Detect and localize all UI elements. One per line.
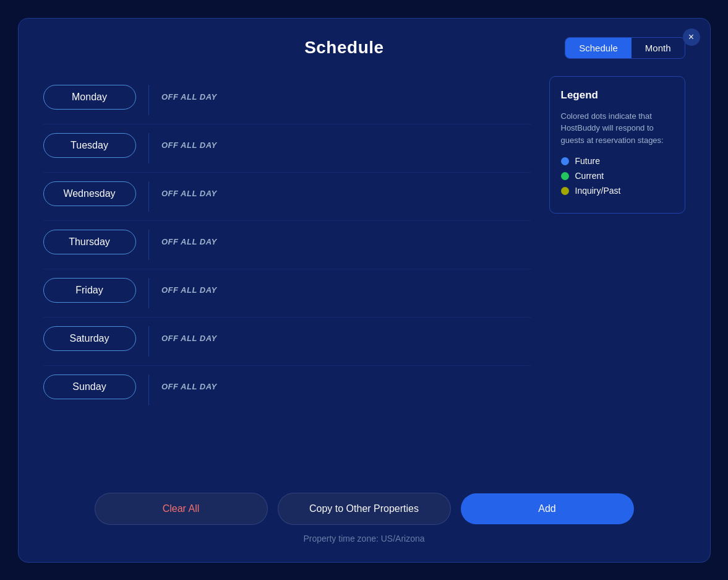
day-row-tuesday: Tuesday OFF ALL DAY	[43, 124, 531, 173]
day-button-sunday[interactable]: Sunday	[43, 374, 136, 399]
day-status-sunday: OFF ALL DAY	[161, 382, 217, 391]
day-status-wednesday: OFF ALL DAY	[161, 189, 217, 198]
day-status-saturday: OFF ALL DAY	[161, 334, 217, 343]
row-divider-friday	[148, 278, 150, 308]
row-divider-monday	[148, 85, 150, 115]
day-button-tuesday[interactable]: Tuesday	[43, 133, 136, 158]
close-button[interactable]: ×	[683, 28, 700, 46]
timezone-label: Property time zone: US/Arizona	[43, 534, 685, 543]
copy-to-properties-button[interactable]: Copy to Other Properties	[278, 493, 451, 525]
view-toggle-group: Schedule Month	[565, 37, 685, 59]
day-row-wednesday: Wednesday OFF ALL DAY	[43, 173, 531, 221]
clear-all-button[interactable]: Clear All	[95, 493, 268, 525]
legend-label-text: Current	[575, 171, 604, 181]
schedule-modal: × Schedule Schedule Month Monday OFF ALL…	[18, 18, 711, 563]
day-row-thursday: Thursday OFF ALL DAY	[43, 221, 531, 269]
modal-body: Monday OFF ALL DAY Tuesday OFF ALL DAY W…	[43, 76, 685, 480]
day-button-wednesday[interactable]: Wednesday	[43, 181, 136, 206]
month-toggle-btn[interactable]: Month	[632, 38, 685, 58]
row-divider-thursday	[148, 230, 150, 260]
day-button-thursday[interactable]: Thursday	[43, 230, 136, 254]
legend-label-text: Future	[575, 156, 600, 166]
day-status-tuesday: OFF ALL DAY	[161, 141, 217, 150]
day-row-saturday: Saturday OFF ALL DAY	[43, 318, 531, 366]
modal-overlay: × Schedule Schedule Month Monday OFF ALL…	[0, 0, 728, 580]
legend-dot-future	[561, 157, 569, 165]
legend-title: Legend	[561, 89, 674, 102]
day-button-saturday[interactable]: Saturday	[43, 326, 136, 351]
legend-item-current: Current	[561, 171, 674, 181]
day-row-sunday: Sunday OFF ALL DAY	[43, 366, 531, 414]
legend-dot-current	[561, 172, 569, 180]
legend-item-future: Future	[561, 156, 674, 166]
legend-description: Colored dots indicate that HostBuddy wil…	[561, 110, 674, 147]
modal-header: Schedule Schedule Month	[43, 37, 685, 59]
day-button-monday[interactable]: Monday	[43, 85, 136, 110]
day-row-friday: Friday OFF ALL DAY	[43, 269, 531, 318]
row-divider-saturday	[148, 326, 150, 357]
day-button-friday[interactable]: Friday	[43, 278, 136, 303]
day-status-monday: OFF ALL DAY	[161, 92, 217, 102]
add-button[interactable]: Add	[461, 493, 634, 524]
day-status-thursday: OFF ALL DAY	[161, 237, 217, 246]
schedule-list: Monday OFF ALL DAY Tuesday OFF ALL DAY W…	[43, 76, 531, 480]
day-status-friday: OFF ALL DAY	[161, 285, 217, 295]
legend-dot-inquiry-past	[561, 187, 569, 195]
row-divider-tuesday	[148, 133, 150, 163]
legend-label-text: Inquiry/Past	[575, 186, 621, 196]
modal-footer: Clear All Copy to Other Properties Add	[43, 493, 685, 525]
schedule-toggle-btn[interactable]: Schedule	[565, 38, 632, 58]
modal-title: Schedule	[124, 38, 565, 58]
day-row-monday: Monday OFF ALL DAY	[43, 76, 531, 124]
legend-box: Legend Colored dots indicate that HostBu…	[549, 76, 685, 214]
row-divider-wednesday	[148, 181, 150, 212]
row-divider-sunday	[148, 374, 150, 405]
legend-item-inquiry-past: Inquiry/Past	[561, 186, 674, 196]
